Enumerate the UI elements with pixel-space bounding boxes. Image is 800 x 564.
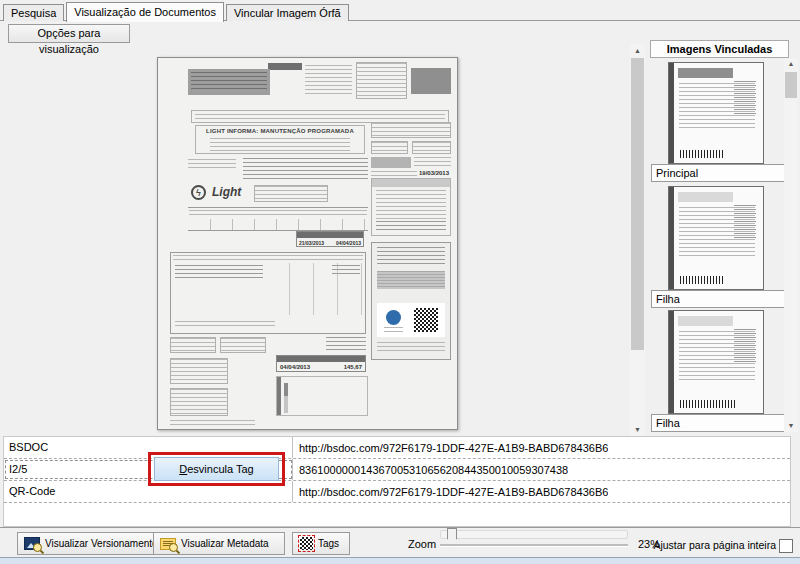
zoom-label: Zoom (408, 538, 436, 550)
doc-box (220, 337, 266, 353)
menu-item-label: esvincula Tag (187, 463, 253, 475)
doc-box (412, 141, 451, 154)
doc-hatched-block (377, 271, 445, 289)
tab-pesquisa[interactable]: Pesquisa (3, 4, 64, 21)
tab-visualizacao-de-documentos[interactable]: Visualização de Documentos (66, 2, 224, 22)
view-versioning-label: Visualizar Versionamento (45, 538, 155, 549)
doc-date-right: 04/04/2013 (336, 240, 361, 246)
light-logo-icon: ϟ (191, 185, 206, 200)
doc-reading-date: 19/03/2013 (419, 170, 449, 176)
doc-logo-bar (268, 63, 302, 70)
doc-due-date: 04/04/2013 (280, 364, 310, 370)
metadata-card-icon (160, 537, 176, 550)
tabstrip: Pesquisa Visualização de Documentos Vinc… (3, 2, 351, 21)
zoom-slider-groove (440, 544, 628, 547)
sidebar-scrollbar-thumb[interactable] (785, 72, 797, 98)
doc-box (356, 62, 407, 99)
tag-table: BSDOC http://bsdoc.com/972F6179-1DDF-427… (3, 436, 791, 527)
doc-items-header (173, 255, 363, 262)
thumbnail-header-block (678, 192, 733, 202)
tab-vincular-imagem-orfa[interactable]: Vincular Imagem Órfã (226, 4, 349, 21)
doc-box (414, 157, 451, 168)
scroll-down-icon[interactable]: ▼ (630, 423, 645, 436)
thumbnail-barcode (680, 400, 736, 408)
options-for-view-button[interactable]: Opções para visualização (8, 24, 130, 43)
thumbnail-page-edge (669, 311, 674, 413)
conta-logo-icon (386, 310, 401, 325)
doc-items-values (332, 265, 360, 277)
doc-due-header (277, 356, 365, 362)
doc-date-left: 21/03/2013 (299, 240, 324, 246)
doc-consumption-table (188, 207, 368, 231)
doc-announcement-heading: LIGHT INFORMA: MANUTENÇÃO PROGRAMADA (196, 128, 364, 134)
tag-value-cell[interactable]: http://bsdoc.com/972F6179-1DDF-427E-A1B9… (293, 486, 608, 498)
doc-box (170, 337, 216, 353)
chart-bars (284, 379, 365, 413)
document-viewer-window: Pesquisa Visualização de Documentos Vinc… (0, 0, 800, 564)
fit-page-checkbox[interactable] (779, 539, 793, 553)
tags-button[interactable]: Tags (292, 532, 350, 555)
desvincula-tag-menu-item[interactable]: Desvincula Tag (154, 457, 279, 481)
preview-scrollbar-thumb[interactable] (631, 58, 644, 350)
scroll-up-icon[interactable]: ▲ (630, 44, 645, 57)
zoom-slider-track[interactable] (440, 530, 628, 539)
doc-total-amount: 145,67 (344, 364, 362, 370)
table-row[interactable]: QR-Code http://bsdoc.com/972F6179-1DDF-4… (4, 481, 790, 503)
sidebar-scrollbar[interactable]: ▲ ▼ (784, 58, 798, 432)
doc-notice-lines (195, 114, 445, 120)
doc-payment-footer (377, 342, 445, 354)
thumbnail-page-edge (669, 63, 674, 163)
scroll-up-icon[interactable]: ▲ (784, 58, 798, 70)
thumbnail-barcode (680, 276, 725, 284)
view-versioning-button[interactable]: Visualizar Versionamento (17, 532, 155, 555)
doc-box (371, 171, 417, 178)
thumbnail-principal[interactable] (668, 62, 764, 164)
doc-card-header (372, 179, 450, 187)
redacted-block (411, 68, 451, 94)
table-row[interactable]: BSDOC http://bsdoc.com/972F6179-1DDF-427… (4, 437, 790, 459)
thumbnail-page-edge (669, 187, 674, 289)
chart-axis (277, 377, 281, 415)
doc-items-table (170, 252, 366, 334)
view-metadata-button[interactable]: Visualizar Metadata (153, 532, 285, 555)
status-strip (0, 557, 800, 564)
preview-scrollbar[interactable]: ▲ ▼ (630, 44, 645, 436)
thumbnail-filha-2[interactable] (668, 310, 764, 414)
doc-announcement-box: LIGHT INFORMA: MANUTENÇÃO PROGRAMADA (195, 125, 365, 154)
fit-page-label: Ajustar para página inteira (653, 539, 776, 551)
thumbnail-header-block (678, 316, 733, 326)
doc-box (254, 185, 328, 202)
thumbnail-label-filha-2: Filha (651, 414, 792, 432)
doc-box (371, 122, 451, 138)
doc-qr-area (377, 303, 445, 337)
tag-value-cell[interactable]: 8361000000143670053106562084435001005930… (293, 464, 568, 476)
redacted-address-block (188, 69, 270, 95)
doc-client-lines (243, 158, 368, 180)
thumbnail-barcode (680, 150, 725, 158)
thumbnail-side-box (734, 81, 757, 115)
qr-code (414, 308, 438, 332)
doc-box (371, 141, 408, 154)
scroll-down-icon[interactable]: ▼ (784, 420, 798, 432)
table-row[interactable]: I2/5 83610000001436700531065620844350010… (4, 459, 790, 481)
tag-value-cell[interactable]: http://bsdoc.com/972F6179-1DDF-427E-A1B9… (293, 442, 608, 454)
thumbnail-side-box (734, 205, 757, 240)
doc-box (188, 159, 236, 168)
linked-images-title: Imagens Vinculadas (650, 40, 789, 58)
doc-qr-caption (384, 327, 403, 333)
doc-table-header (189, 210, 367, 218)
view-metadata-label: Visualizar Metadata (181, 538, 269, 549)
doc-box (305, 65, 352, 96)
versioning-image-icon (24, 537, 40, 550)
doc-box (170, 358, 228, 384)
doc-announcement-lines (210, 138, 350, 151)
thumbnail-filha-1[interactable] (668, 186, 764, 290)
doc-dates-header (297, 232, 363, 238)
doc-box (371, 157, 411, 168)
doc-table-columns (189, 219, 367, 230)
light-brand-text: Light (212, 185, 241, 199)
doc-box (326, 337, 366, 351)
doc-card-lines (376, 190, 446, 220)
thumbnail-side-box (734, 329, 757, 364)
doc-payment-lines (377, 247, 445, 266)
